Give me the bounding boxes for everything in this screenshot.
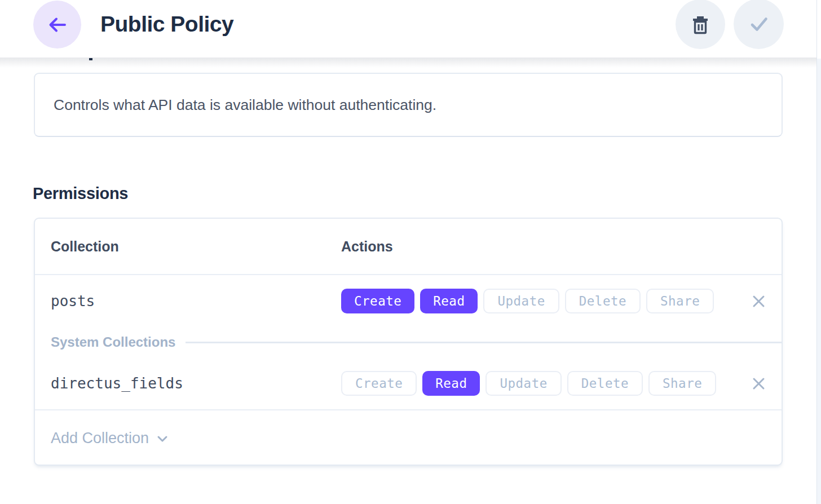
action-toggles: Create Read Update Delete Share <box>341 371 716 396</box>
save-button[interactable] <box>734 0 784 49</box>
close-icon <box>751 376 766 391</box>
chevron-down-icon <box>155 431 170 447</box>
collection-name: posts <box>51 293 341 310</box>
read-toggle[interactable]: Read <box>422 371 480 396</box>
update-toggle[interactable]: Update <box>485 371 561 396</box>
close-icon <box>751 294 766 309</box>
system-collections-divider: System Collections <box>35 327 782 357</box>
delete-policy-button[interactable] <box>676 0 725 49</box>
permissions-heading: Permissions <box>33 184 128 203</box>
remove-row-button[interactable] <box>750 293 767 310</box>
delete-toggle[interactable]: Delete <box>567 371 643 396</box>
update-toggle[interactable]: Update <box>483 289 559 313</box>
collection-name: directus_fields <box>51 375 341 392</box>
header: Public Policy <box>0 0 816 58</box>
page-title: Public Policy <box>100 0 233 48</box>
share-toggle[interactable]: Share <box>648 371 716 396</box>
description-field[interactable]: Controls what API data is available with… <box>34 73 783 137</box>
permissions-table: Collection Actions posts Create Read Upd… <box>34 218 783 466</box>
remove-row-button[interactable] <box>750 375 767 392</box>
create-toggle[interactable]: Create <box>341 289 414 313</box>
trash-icon <box>688 12 712 36</box>
check-icon <box>746 11 772 37</box>
add-collection-button[interactable]: Add Collection <box>35 409 782 466</box>
permission-row-posts: posts Create Read Update Delete Share <box>35 275 782 327</box>
read-toggle[interactable]: Read <box>420 289 478 313</box>
permission-row-directus-fields: directus_fields Create Read Update Delet… <box>35 357 782 409</box>
back-button[interactable] <box>33 1 81 48</box>
description-value: Controls what API data is available with… <box>54 96 436 114</box>
share-toggle[interactable]: Share <box>646 289 714 313</box>
add-collection-label: Add Collection <box>51 430 149 447</box>
create-toggle[interactable]: Create <box>341 371 417 396</box>
system-collections-label: System Collections <box>51 334 175 350</box>
action-toggles: Create Read Update Delete Share <box>341 289 714 313</box>
content-edge-divider <box>816 0 817 504</box>
delete-toggle[interactable]: Delete <box>565 289 641 313</box>
collection-column-header: Collection <box>51 238 341 255</box>
actions-column-header: Actions <box>341 238 393 255</box>
scrollbar-gutter[interactable] <box>817 59 821 504</box>
divider-line <box>186 342 782 343</box>
permissions-table-header: Collection Actions <box>35 219 782 275</box>
arrow-left-icon <box>46 14 69 36</box>
